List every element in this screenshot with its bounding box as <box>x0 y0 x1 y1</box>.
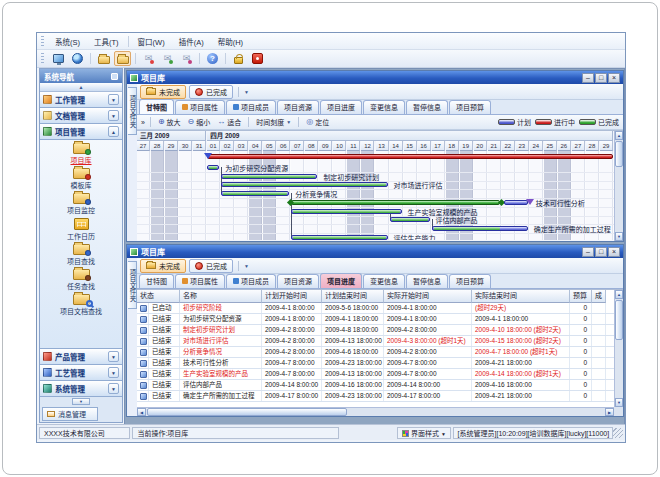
sidebar-item-project-monitor[interactable]: 项目监控 <box>67 193 95 215</box>
filter-overflow-chevron[interactable]: ▼ <box>244 89 249 95</box>
sidebar-section-product-management[interactable]: 产品管理 ▼ <box>40 349 122 365</box>
gantt-vertical-scrollbar[interactable]: ▲ ▼ <box>614 131 623 241</box>
tab-gantt[interactable]: 甘特图 <box>139 99 174 114</box>
tab-project-members[interactable]: 项目成员 <box>226 100 276 114</box>
sidebar-section-document-management[interactable]: 文档管理 ▼ <box>40 108 122 124</box>
chevron-down-icon[interactable]: ▼ <box>108 351 119 362</box>
tab-project-progress[interactable]: 项目进度 <box>320 100 362 114</box>
sidebar-section-project-management[interactable]: 项目管理 ▲ <box>40 124 122 140</box>
tab-project-properties[interactable]: 项目属性 <box>175 100 225 114</box>
tab-project-properties[interactable]: 项目属性 <box>175 274 225 288</box>
column-header-6[interactable]: 实际结束时间 <box>472 290 570 303</box>
chevron-down-icon[interactable]: ▼ <box>108 367 119 378</box>
tab-project-budget[interactable]: 项目预算 <box>449 100 491 114</box>
scroll-up-arrow[interactable]: ▲ <box>615 290 623 299</box>
sidebar-section-system-management[interactable]: 系统管理 ▼ <box>40 381 122 397</box>
finished-filter-button[interactable]: 已完成 <box>189 259 233 273</box>
tab-change-info[interactable]: 变更信息 <box>363 274 405 288</box>
project-folder-side-tab[interactable]: 项目文件夹 <box>128 87 137 135</box>
scroll-up-arrow[interactable]: ▲ <box>615 131 623 140</box>
minimize-button[interactable]: – <box>582 247 594 257</box>
sidebar-item-project-doc-search[interactable]: 项目文档查找 <box>60 294 102 316</box>
tab-change-info[interactable]: 变更信息 <box>363 100 405 114</box>
pin-icon[interactable] <box>111 73 118 80</box>
scroll-thumb[interactable] <box>147 408 347 416</box>
maximize-button[interactable]: □ <box>595 73 607 83</box>
sidebar-scroll-up[interactable]: ▲ <box>40 83 122 92</box>
table-row[interactable]: 已结束对市场进行评估2009-4-2 8:00:002009-4-13 18:0… <box>137 336 614 347</box>
resize-grip[interactable] <box>613 428 623 438</box>
finished-filter-button[interactable]: 已完成 <box>189 85 233 99</box>
table-vertical-scrollbar[interactable]: ▲ ▼ <box>614 290 623 407</box>
menu-help[interactable]: 帮助(H) <box>211 34 250 49</box>
gantt-bar-技术可行性分析[interactable] <box>291 200 499 205</box>
sidebar-section-process-management[interactable]: 工艺管理 ▼ <box>40 365 122 381</box>
tab-project-resources[interactable]: 项目资源 <box>277 274 319 288</box>
column-header-4[interactable]: 计划结束时间 <box>322 290 384 303</box>
close-button[interactable]: × <box>608 73 620 83</box>
scroll-left-arrow[interactable]: ◀ <box>137 408 146 416</box>
exit-button[interactable] <box>249 51 266 66</box>
tab-pause-info[interactable]: 暂停信息 <box>406 274 448 288</box>
message-send-button[interactable]: ✉ <box>178 51 195 66</box>
gantt-bar-plan-tail[interactable] <box>504 200 528 205</box>
message-new-button[interactable]: ✉ <box>140 51 157 66</box>
ui-style-button[interactable]: 界面样式 ▼ <box>397 427 451 439</box>
table-row[interactable]: 已结束制定初步研究计划2009-4-2 8:00:002009-4-8 18:0… <box>137 325 614 336</box>
scroll-right-arrow[interactable]: ▶ <box>605 408 614 416</box>
scroll-thumb[interactable] <box>615 141 623 167</box>
fit-button[interactable]: ↔适合 <box>215 117 243 127</box>
locate-button[interactable]: ◎定位 <box>304 117 331 127</box>
table-horizontal-scrollbar[interactable]: ◀ ▶ <box>137 407 614 416</box>
table-row[interactable]: 已结束技术可行性分析2009-4-7 8:00:002009-4-23 18:0… <box>137 358 614 369</box>
minimize-button[interactable]: – <box>582 73 594 83</box>
toolbar-overflow[interactable]: » <box>141 119 145 126</box>
tab-project-budget[interactable]: 项目预算 <box>449 274 491 288</box>
tab-project-members[interactable]: 项目成员 <box>226 274 276 288</box>
zoom-out-button[interactable]: ⊖缩小 <box>186 117 213 127</box>
table-row[interactable]: 已结束为初步研究分配资源2009-4-1 8:00:002009-4-1 18:… <box>137 314 614 325</box>
message-read-button[interactable]: ✉ <box>159 51 176 66</box>
save-view-button[interactable] <box>114 51 131 66</box>
gantt-window-titlebar[interactable]: 项目库 – □ × <box>127 71 623 84</box>
column-header-5[interactable]: 实际开始时间 <box>384 290 472 303</box>
message-management-tab[interactable]: 消息管理 <box>42 407 98 421</box>
chevron-down-icon[interactable]: ▼ <box>108 110 119 121</box>
sidebar-section-work-management[interactable]: 工作管理 ▼ <box>40 92 122 108</box>
help-button[interactable]: ? <box>204 51 221 66</box>
project-folder-side-tab[interactable]: 项目文件夹 <box>128 261 137 309</box>
sidebar-item-project-search[interactable]: 项目查找 <box>67 244 95 266</box>
tab-gantt[interactable]: 甘特图 <box>139 274 174 288</box>
column-header-8[interactable]: 成 <box>592 290 606 303</box>
summary-bar-初步研究阶段[interactable] <box>207 154 613 159</box>
scroll-down-arrow[interactable]: ▼ <box>615 232 623 241</box>
close-button[interactable]: × <box>608 247 620 257</box>
chevron-down-icon[interactable]: ▼ <box>108 383 119 394</box>
menu-tools[interactable]: 工具(T) <box>87 34 126 49</box>
time-scale-button[interactable]: 时间刻度▼ <box>254 117 293 127</box>
column-header-3[interactable]: 计划开始时间 <box>262 290 322 303</box>
table-row[interactable]: 已结束评估内部产品2009-4-14 8:00:002009-4-16 18:0… <box>137 380 614 391</box>
maximize-button[interactable]: □ <box>595 247 607 257</box>
menu-system[interactable]: 系统(S) <box>48 34 87 49</box>
table-row[interactable]: 已结束分析竞争情况2009-4-2 8:00:002009-4-6 18:00:… <box>137 347 614 358</box>
sidebar-item-task-search[interactable]: 任务查找 <box>67 269 95 291</box>
column-header-2[interactable]: 名称 <box>180 290 262 303</box>
scroll-thumb[interactable] <box>615 300 623 340</box>
scroll-down-arrow[interactable]: ▼ <box>615 398 623 407</box>
table-window-titlebar[interactable]: 项目库 – □ × <box>127 245 623 258</box>
filter-overflow-chevron[interactable]: ▼ <box>244 263 249 269</box>
sidebar-mini-button[interactable]: ▼ <box>40 397 122 406</box>
table-row[interactable]: 已结束确定生产所需的加工过程2009-4-17 8:00:002009-4-23… <box>137 391 614 402</box>
unfinished-filter-button[interactable]: 未完成 <box>140 85 186 99</box>
tab-pause-info[interactable]: 暂停信息 <box>406 100 448 114</box>
menu-plugins[interactable]: 插件(A) <box>172 34 211 49</box>
unfinished-filter-button[interactable]: 未完成 <box>140 259 186 273</box>
open-folder-button[interactable] <box>95 51 112 66</box>
chevron-down-icon[interactable]: ▼ <box>108 94 119 105</box>
table-row[interactable]: 已启动初步研究阶段2009-4-1 8:00:002009-5-6 18:00:… <box>137 303 614 314</box>
menu-window[interactable]: 窗口(W) <box>131 34 172 49</box>
network-button[interactable] <box>69 51 86 66</box>
sidebar-item-template-library[interactable]: 模板库 <box>71 168 92 190</box>
lock-button[interactable] <box>230 51 247 66</box>
